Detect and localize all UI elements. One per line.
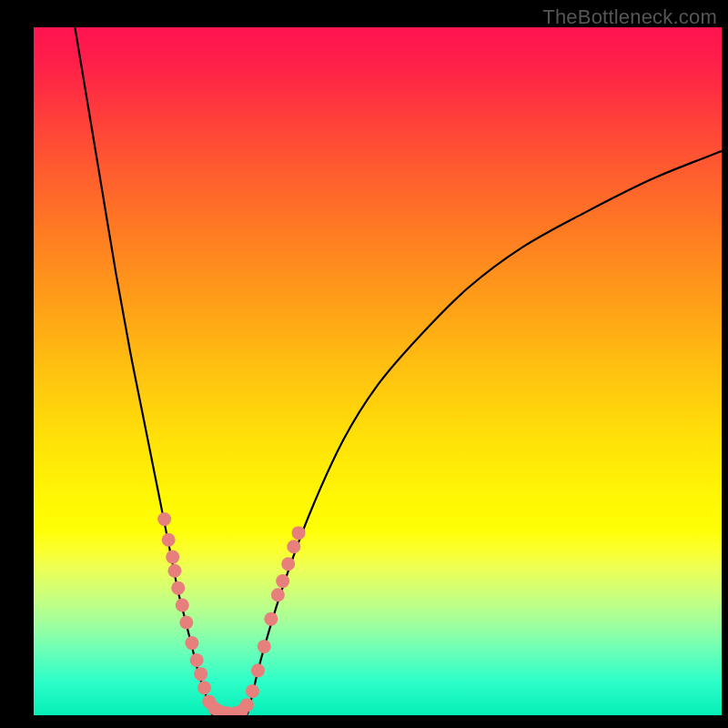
highlight-dot (264, 612, 278, 626)
chart-frame: TheBottleneck.com (0, 0, 728, 728)
highlight-dot (171, 581, 185, 595)
highlight-dot (276, 574, 289, 588)
highlight-dot (240, 698, 254, 712)
highlight-dot (190, 653, 204, 667)
highlight-dot (185, 636, 198, 650)
chart-svg (34, 27, 722, 715)
highlight-dot (166, 551, 179, 564)
highlight-dot (246, 684, 259, 698)
highlight-dot (179, 615, 193, 629)
highlight-dot (251, 663, 265, 677)
curve-group (75, 27, 722, 715)
bottleneck-curve (75, 27, 722, 715)
highlight-dot (167, 564, 181, 578)
highlight-dot (194, 667, 207, 681)
highlight-dot (292, 526, 306, 540)
highlight-dot (258, 640, 271, 653)
plot-area (34, 27, 722, 715)
highlight-dot (287, 540, 300, 553)
watermark-text: TheBottleneck.com (542, 5, 717, 29)
highlight-dot (162, 533, 176, 547)
highlight-dot (271, 588, 285, 602)
highlight-dot (197, 681, 211, 694)
highlight-dot (157, 512, 171, 526)
highlight-dot (176, 599, 189, 612)
highlight-dots-group (157, 512, 305, 715)
highlight-dot (281, 557, 295, 571)
